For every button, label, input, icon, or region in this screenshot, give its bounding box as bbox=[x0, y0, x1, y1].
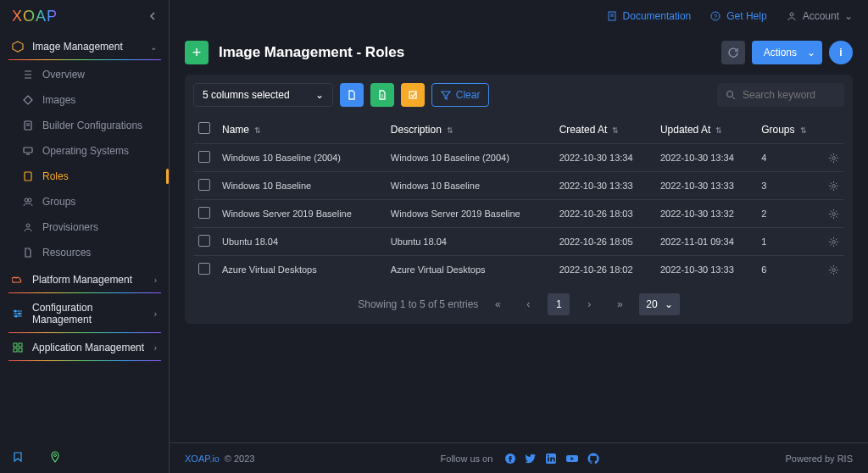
help-link[interactable]: ? Get Help bbox=[709, 10, 766, 22]
collapse-sidebar-icon[interactable] bbox=[148, 12, 157, 20]
search-box[interactable] bbox=[717, 83, 844, 107]
row-checkbox[interactable] bbox=[198, 263, 210, 275]
svg-rect-10 bbox=[19, 343, 22, 347]
social-links bbox=[504, 453, 599, 465]
col-name[interactable]: Name⇅ bbox=[217, 115, 386, 144]
cell-name: Windows Server 2019 Baseline bbox=[217, 200, 386, 228]
cell-description: Windows 10 Baseline bbox=[386, 172, 554, 200]
select-all-button[interactable] bbox=[401, 83, 425, 107]
sidebar-item-groups[interactable]: Groups bbox=[0, 189, 169, 214]
linkedin-icon[interactable] bbox=[545, 453, 557, 465]
col-description[interactable]: Description⇅ bbox=[386, 115, 554, 144]
list-icon bbox=[22, 69, 34, 81]
documentation-link[interactable]: Documentation bbox=[606, 10, 692, 22]
nav-label: Configuration Management bbox=[32, 302, 146, 326]
clear-label: Clear bbox=[456, 89, 481, 101]
search-input[interactable] bbox=[743, 89, 827, 101]
cell-created: 2022-10-26 18:05 bbox=[554, 228, 655, 256]
sidebar-item-roles[interactable]: Roles bbox=[0, 164, 169, 189]
github-icon[interactable] bbox=[587, 453, 599, 465]
page-actions: Actions ⌄ i bbox=[721, 41, 853, 64]
sidebar-item-builder[interactable]: Builder Configurations bbox=[0, 113, 169, 138]
nav-head-image-management[interactable]: Image Management ⌄ bbox=[0, 34, 169, 59]
row-checkbox[interactable] bbox=[198, 179, 210, 191]
row-checkbox[interactable] bbox=[198, 207, 210, 219]
refresh-button[interactable] bbox=[721, 41, 745, 64]
location-icon[interactable] bbox=[49, 451, 61, 463]
row-settings[interactable] bbox=[823, 200, 844, 228]
nav-head-config[interactable]: Configuration Management › bbox=[0, 295, 169, 332]
sidebar-item-label: Images bbox=[42, 94, 75, 106]
svg-text:?: ? bbox=[714, 13, 718, 20]
info-button[interactable]: i bbox=[829, 41, 853, 64]
add-button[interactable]: + bbox=[185, 41, 209, 64]
sliders-icon bbox=[12, 308, 24, 320]
row-settings[interactable] bbox=[823, 256, 844, 284]
cell-name: Windows 10 Baseline (2004) bbox=[217, 144, 386, 172]
current-page[interactable]: 1 bbox=[548, 293, 570, 315]
facebook-icon[interactable] bbox=[504, 453, 516, 465]
sidebar-item-label: Resources bbox=[42, 247, 91, 259]
svg-point-6 bbox=[14, 310, 17, 313]
roles-icon bbox=[22, 170, 34, 182]
filter-icon bbox=[441, 90, 451, 100]
follow-label: Follow us on bbox=[441, 454, 493, 464]
sidebar-item-overview[interactable]: Overview bbox=[0, 62, 169, 87]
row-checkbox[interactable] bbox=[198, 235, 210, 247]
svg-rect-27 bbox=[548, 457, 549, 461]
cell-created: 2022-10-30 13:33 bbox=[554, 172, 655, 200]
export-sheet-button[interactable] bbox=[370, 83, 394, 107]
sidebar-item-images[interactable]: Images bbox=[0, 87, 169, 113]
prev-page[interactable]: ‹ bbox=[517, 293, 539, 315]
clear-filter-button[interactable]: Clear bbox=[431, 83, 490, 107]
col-created[interactable]: Created At⇅ bbox=[554, 115, 655, 144]
cell-groups: 3 bbox=[756, 172, 823, 200]
svg-rect-9 bbox=[14, 343, 17, 347]
table-row: Windows 10 BaselineWindows 10 Baseline20… bbox=[193, 172, 844, 200]
select-all-checkbox[interactable] bbox=[198, 122, 210, 134]
sidebar-item-label: Operating Systems bbox=[42, 145, 129, 157]
actions-dropdown[interactable]: Actions ⌄ bbox=[752, 41, 822, 64]
cloud-icon bbox=[12, 274, 24, 286]
cell-description: Windows 10 Baseline (2004) bbox=[386, 144, 554, 172]
cell-description: Windows Server 2019 Baseline bbox=[386, 200, 554, 228]
row-settings[interactable] bbox=[823, 172, 844, 200]
gradient-divider bbox=[8, 292, 161, 293]
chevron-right-icon: › bbox=[154, 343, 157, 353]
sidebar-item-provisioners[interactable]: Provisioners bbox=[0, 214, 169, 240]
nav-head-app[interactable]: Application Management › bbox=[0, 335, 169, 360]
toolbar: 5 columns selected ⌄ Clear bbox=[193, 83, 844, 107]
nav-label: Platform Management bbox=[32, 274, 132, 286]
user-icon bbox=[786, 10, 798, 22]
chevron-down-icon: ⌄ bbox=[665, 298, 673, 310]
first-page[interactable]: « bbox=[487, 293, 509, 315]
file-icon bbox=[22, 247, 34, 259]
row-settings[interactable] bbox=[823, 144, 844, 172]
col-updated[interactable]: Updated At⇅ bbox=[655, 115, 756, 144]
columns-selector[interactable]: 5 columns selected ⌄ bbox=[193, 83, 333, 107]
svg-rect-1 bbox=[24, 147, 32, 153]
twitter-icon[interactable] bbox=[525, 453, 537, 465]
chevron-right-icon: › bbox=[154, 275, 157, 285]
export-doc-button[interactable] bbox=[340, 83, 364, 107]
sidebar-footer bbox=[0, 441, 169, 473]
row-checkbox[interactable] bbox=[198, 151, 210, 163]
next-page[interactable]: › bbox=[578, 293, 600, 315]
sidebar-item-resources[interactable]: Resources bbox=[0, 240, 169, 265]
sidebar-item-os[interactable]: Operating Systems bbox=[0, 138, 169, 164]
account-link[interactable]: Account ⌄ bbox=[786, 10, 853, 22]
col-groups[interactable]: Groups⇅ bbox=[756, 115, 823, 144]
page-size-select[interactable]: 20 ⌄ bbox=[639, 293, 679, 315]
youtube-icon[interactable] bbox=[565, 453, 579, 465]
gradient-divider bbox=[8, 332, 161, 333]
nav-head-platform[interactable]: Platform Management › bbox=[0, 267, 169, 292]
monitor-icon bbox=[22, 145, 34, 157]
bookmark-icon[interactable] bbox=[12, 451, 24, 463]
cube-icon bbox=[12, 41, 24, 53]
row-settings[interactable] bbox=[823, 228, 844, 256]
sidebar-item-label: Builder Configurations bbox=[42, 120, 142, 131]
last-page[interactable]: » bbox=[609, 293, 631, 315]
chevron-down-icon: ⌄ bbox=[807, 47, 815, 58]
cell-groups: 1 bbox=[756, 228, 823, 256]
footer-brand-link[interactable]: XOAP.io bbox=[185, 454, 220, 464]
